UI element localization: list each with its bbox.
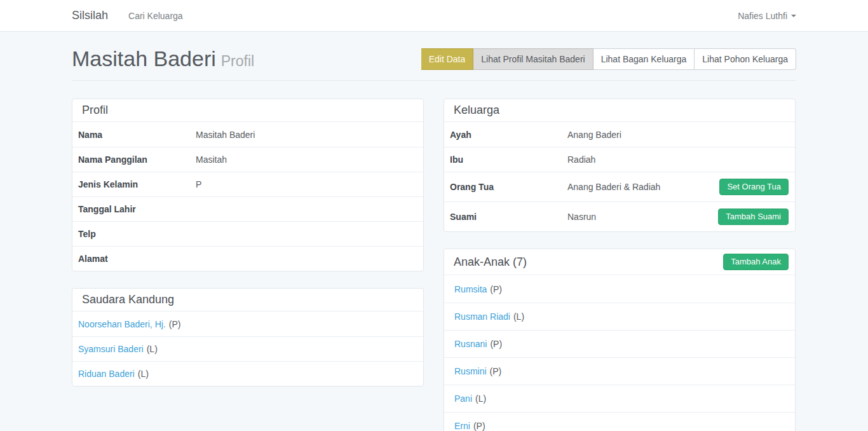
- panel-title: Profil: [82, 104, 108, 117]
- gender-label: (P): [169, 319, 181, 329]
- header-action-button[interactable]: Lihat Pohon Keluarga: [695, 48, 796, 70]
- brand-link[interactable]: Silsilah: [72, 9, 108, 22]
- person-link[interactable]: Rumsita: [454, 284, 487, 294]
- profile-row: Alamat: [72, 246, 423, 271]
- profil-panel: Profil Nama Masitah Baderi Nama Panggila…: [72, 99, 424, 271]
- person-link[interactable]: Rusman Riadi: [454, 311, 510, 322]
- child-row: Rusnani (P): [444, 330, 795, 357]
- row-action-button[interactable]: Set Orang Tua: [719, 179, 789, 195]
- row-value: P: [196, 179, 417, 189]
- gender-label: (P): [473, 421, 485, 431]
- child-row: Erni (P): [444, 412, 795, 431]
- row-label: Ayah: [450, 130, 567, 140]
- row-value[interactable]: Anang Baderi: [567, 130, 789, 140]
- profil-panel-heading: Profil: [72, 99, 423, 122]
- tambah-anak-button[interactable]: Tambah Anak: [723, 254, 789, 270]
- person-link[interactable]: Noorsehan Baderi, Hj.: [78, 319, 166, 329]
- person-link[interactable]: Erni: [454, 421, 470, 431]
- page-subtitle: Profil: [221, 53, 254, 69]
- row-value[interactable]: Radiah: [567, 154, 789, 165]
- person-link[interactable]: Rusmini: [454, 366, 487, 376]
- row-label: Tanggal Lahir: [78, 204, 196, 214]
- panel-title: Saudara Kandung: [82, 293, 174, 306]
- family-row: Ibu Radiah: [444, 147, 795, 172]
- row-label: Orang Tua: [450, 182, 567, 192]
- header-action-button[interactable]: Edit Data: [421, 48, 474, 70]
- row-label: Ibu: [450, 154, 567, 165]
- panel-title: Keluarga: [454, 104, 499, 117]
- row-value[interactable]: Masitah Baderi: [196, 130, 417, 140]
- child-row: Rumsita (P): [444, 275, 795, 303]
- gender-label: (L): [513, 311, 524, 322]
- navbar-inner: Silsilah Cari Keluarga Nafies Luthfi: [72, 0, 796, 31]
- anak-panel-heading: Anak-Anak (7) Tambah Anak: [444, 249, 795, 275]
- page-header: Masitah BaderiProfil Edit Data Lihat Pro…: [72, 47, 796, 81]
- profile-row: Nama Panggilan Masitah: [72, 147, 423, 172]
- navbar: Silsilah Cari Keluarga Nafies Luthfi: [0, 0, 868, 32]
- row-label: Alamat: [78, 254, 196, 264]
- page-title: Masitah BaderiProfil: [72, 47, 254, 72]
- row-label: Nama: [78, 130, 196, 140]
- saudara-panel-heading: Saudara Kandung: [72, 289, 423, 311]
- user-menu-dropdown[interactable]: Nafies Luthfi: [738, 11, 796, 21]
- navbar-right: Nafies Luthfi: [738, 11, 796, 21]
- sibling-row: Syamsuri Baderi (L): [72, 336, 423, 361]
- content-columns: Profil Nama Masitah Baderi Nama Panggila…: [72, 99, 796, 431]
- child-row: Pani (L): [444, 385, 795, 412]
- profile-row: Jenis Kelamin P: [72, 172, 423, 196]
- profile-row: Tanggal Lahir: [72, 196, 423, 221]
- panel-title: Anak-Anak (7): [454, 256, 527, 269]
- profil-table: Nama Masitah Baderi Nama Panggilan Masit…: [72, 122, 423, 271]
- person-name-title: Masitah Baderi: [72, 46, 216, 71]
- gender-label: (L): [147, 344, 158, 354]
- profile-row: Nama Masitah Baderi: [72, 122, 423, 147]
- nav-link-cari-keluarga[interactable]: Cari Keluarga: [128, 11, 183, 21]
- header-action-button[interactable]: Lihat Bagan Keluarga: [593, 48, 695, 70]
- row-value[interactable]: Nasrun: [567, 212, 710, 222]
- family-row: Orang Tua Anang Baderi & Radiah Set Oran…: [444, 172, 795, 202]
- main-container: Masitah BaderiProfil Edit Data Lihat Pro…: [72, 32, 796, 431]
- saudara-kandung-panel: Saudara Kandung Noorsehan Baderi, Hj. (P…: [72, 288, 424, 387]
- row-label: Suami: [450, 212, 567, 222]
- gender-label: (P): [490, 339, 502, 349]
- keluarga-table: Ayah Anang Baderi Ibu Radiah Orang Tua: [444, 122, 795, 231]
- anak-list: Rumsita (P) Rusman Riadi (L) Rusnani (P): [444, 275, 795, 431]
- sibling-row: Riduan Baderi (L): [72, 361, 423, 386]
- gender-label: (L): [475, 393, 486, 404]
- header-action-group: Edit Data Lihat Profil Masitah Baderi Li…: [421, 48, 796, 70]
- gender-label: (P): [490, 366, 502, 376]
- person-link[interactable]: Pani: [454, 393, 472, 404]
- child-row: Rusmini (P): [444, 357, 795, 385]
- person-link[interactable]: Rusnani: [454, 339, 487, 349]
- caret-down-icon: [791, 15, 796, 17]
- header-action-button[interactable]: Lihat Profil Masitah Baderi: [473, 48, 593, 70]
- profile-row: Telp: [72, 221, 423, 246]
- row-value: Masitah: [196, 154, 417, 165]
- row-label: Nama Panggilan: [78, 154, 196, 165]
- sibling-row: Noorsehan Baderi, Hj. (P): [72, 311, 423, 336]
- user-menu-label: Nafies Luthfi: [738, 11, 787, 21]
- gender-label: (P): [490, 284, 502, 294]
- row-action-button[interactable]: Tambah Suami: [718, 209, 789, 225]
- person-link[interactable]: Syamsuri Baderi: [78, 344, 144, 354]
- row-label: Jenis Kelamin: [78, 179, 196, 189]
- saudara-list: Noorsehan Baderi, Hj. (P) Syamsuri Bader…: [72, 311, 423, 386]
- anak-anak-panel: Anak-Anak (7) Tambah Anak Rumsita (P) Ru…: [444, 249, 796, 431]
- left-column: Profil Nama Masitah Baderi Nama Panggila…: [72, 99, 424, 403]
- family-row: Ayah Anang Baderi: [444, 122, 795, 147]
- family-row: Suami Nasrun Tambah Suami: [444, 202, 795, 231]
- child-row: Rusman Riadi (L): [444, 303, 795, 330]
- row-label: Telp: [78, 229, 196, 239]
- gender-label: (L): [138, 369, 149, 379]
- keluarga-panel: Keluarga Ayah Anang Baderi Ibu Radiah: [444, 99, 796, 232]
- right-column: Keluarga Ayah Anang Baderi Ibu Radiah: [444, 99, 796, 431]
- row-value: Anang Baderi & Radiah: [567, 182, 712, 192]
- keluarga-panel-heading: Keluarga: [444, 99, 795, 122]
- person-link[interactable]: Riduan Baderi: [78, 369, 135, 379]
